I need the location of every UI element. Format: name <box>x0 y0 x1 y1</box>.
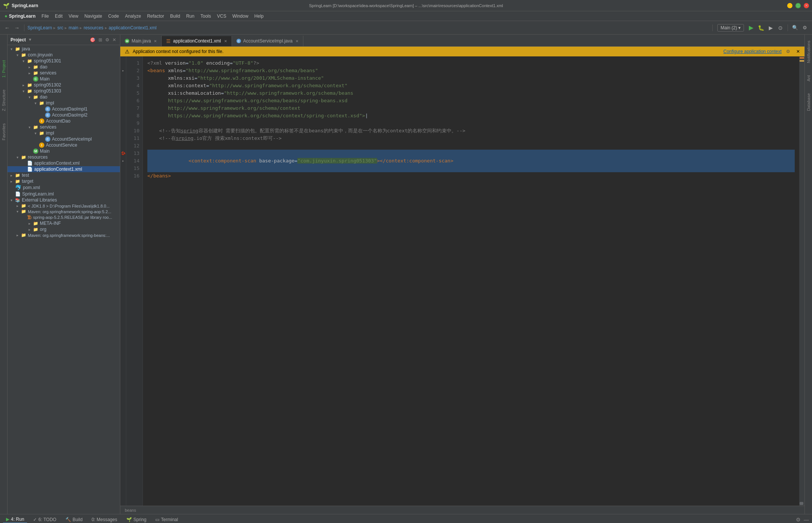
menu-code[interactable]: Code <box>105 13 122 20</box>
tree-item-appcontext1[interactable]: 📄 applicationContext1.xml <box>8 166 120 172</box>
tree-item-accountservice-iface[interactable]: I AccountService <box>8 142 120 148</box>
tab-main-java[interactable]: M Main.java ✕ <box>120 36 162 46</box>
close-run-panel-button[interactable]: — <box>804 517 809 523</box>
panel-settings-button[interactable]: ⚙ <box>105 36 110 43</box>
tab-terminal[interactable]: ▭ Terminal <box>152 516 181 523</box>
profile-button[interactable]: ⊙ <box>776 24 785 32</box>
tab-accountserviceimpl[interactable]: C AccountServiceImpl.java ✕ <box>232 36 303 46</box>
tree-item-test[interactable]: ▸ 📁 test <box>8 172 120 178</box>
config-gear-icon[interactable]: ⚙ <box>786 49 790 54</box>
tab-close-service[interactable]: ✕ <box>295 39 298 43</box>
right-gutter[interactable] <box>799 56 804 506</box>
tree-item-impl-dao[interactable]: ▾ 📁 impl <box>8 100 120 106</box>
minimize-button[interactable]: – <box>787 3 792 8</box>
menu-analyze[interactable]: Analyze <box>122 13 144 20</box>
tree-item-pom[interactable]: 🐬 pom.xml <box>8 184 120 191</box>
breadcrumb-main[interactable]: main <box>68 25 78 30</box>
tree-item-maven-aop[interactable]: ▾ 📁 Maven: org.springframework:spring-ao… <box>8 209 120 214</box>
tree-item-spring051302[interactable]: ▸ 📁 spring051302 <box>8 82 120 88</box>
tree-item-services1[interactable]: ▸ 📁 services <box>8 70 120 76</box>
tree-item-dao-spring051303[interactable]: ▾ 📁 dao <box>8 94 120 100</box>
menu-run[interactable]: Run <box>183 13 197 20</box>
tree-item-dao1[interactable]: ▸ 📁 dao <box>8 64 120 70</box>
tree-item-org[interactable]: ▸ 📁 org <box>8 226 120 232</box>
gutter-bean-13[interactable]: 🫘 <box>121 150 126 157</box>
run-settings-button[interactable]: ⚙ <box>796 517 801 523</box>
tree-item-accountserviceimpl[interactable]: C AccountServiceImpl <box>8 136 120 142</box>
menu-vcs[interactable]: VCS <box>214 13 229 20</box>
menu-help[interactable]: Help <box>251 13 267 20</box>
expand-all-button[interactable]: ⊞ <box>98 36 103 43</box>
tree-item-appcontext[interactable]: 📄 applicationContext.xml <box>8 160 120 166</box>
line-num-4: 4 <box>126 82 139 89</box>
back-button[interactable]: ← <box>3 24 11 32</box>
menu-window[interactable]: Window <box>229 13 251 20</box>
close-button[interactable]: ✕ <box>804 3 809 8</box>
breadcrumb-file[interactable]: applicationContext1.xml <box>109 25 156 30</box>
run-config-selector[interactable]: Main (2) ▾ <box>717 24 744 32</box>
tree-item-services-folder[interactable]: ▾ 📁 services <box>8 124 120 130</box>
menu-tools[interactable]: Tools <box>197 13 214 20</box>
menu-refactor[interactable]: Refactor <box>144 13 167 20</box>
tab-messages[interactable]: 0: Messages <box>89 516 120 523</box>
tab-appcontext1[interactable]: ☰ applicationContext1.xml ✕ <box>162 36 232 47</box>
menu-view[interactable]: View <box>66 13 82 20</box>
database-label[interactable]: Database <box>806 90 812 114</box>
run-tab-label: 4: Run <box>11 517 24 522</box>
breadcrumb-src[interactable]: src <box>57 25 63 30</box>
tree-item-impl-services[interactable]: ▾ 📁 impl <box>8 130 120 136</box>
tree-item-maven-beans[interactable]: ▸ 📁 Maven: org.springframework:spring-be… <box>8 232 120 238</box>
code-content[interactable]: <?xml version="1.0" encoding="UTF-8"?> <… <box>143 56 799 506</box>
tab-run[interactable]: ▶ 4: Run <box>3 516 27 523</box>
menu-navigate[interactable]: Navigate <box>81 13 105 20</box>
locate-file-button[interactable]: 🎯 <box>89 36 96 43</box>
tree-item-iml[interactable]: 📄 SpringLearn.iml <box>8 191 120 197</box>
favorites-tab-label[interactable]: Favorites <box>1 120 7 143</box>
run-button[interactable]: ▶ <box>747 24 755 32</box>
tree-item-spring-aop-jar[interactable]: 🗜 spring-aop-5.2.5.RELEASE.jar library r… <box>8 214 120 220</box>
panel-dropdown-icon[interactable]: ▾ <box>29 37 31 42</box>
tree-item-java[interactable]: ▾ 📁 java <box>8 46 120 52</box>
tab-close-appcontext1[interactable]: ✕ <box>224 39 227 43</box>
tree-item-spring051301[interactable]: ▾ 📁 spring051301 <box>8 58 120 64</box>
tree-item-accountdaoimpl1[interactable]: C AccountDaoImpl1 <box>8 106 120 112</box>
structure-tab-label[interactable]: Z: Structure <box>1 86 7 114</box>
breadcrumb-springlearn[interactable]: SpringLearn <box>27 25 52 30</box>
settings-button[interactable]: ⚙ <box>801 24 809 32</box>
notifications-label[interactable]: Notifications <box>806 38 812 66</box>
tree-item-target[interactable]: ▸ 📁 target <box>8 178 120 184</box>
tab-spring[interactable]: 🌱 Spring <box>123 516 150 523</box>
project-tab-label[interactable]: 1: Project <box>1 57 7 80</box>
menu-file[interactable]: File <box>39 13 52 20</box>
gutter-fold-14[interactable]: ▸ <box>122 157 124 165</box>
scrollbar-thumb[interactable] <box>800 502 803 505</box>
breadcrumb-resources[interactable]: resources <box>83 25 103 30</box>
coverage-button[interactable]: ▶ <box>767 24 775 32</box>
debug-button[interactable]: 🐛 <box>757 24 765 32</box>
tree-item-accountdaoimpl2[interactable]: C AccountDaoImpl2 <box>8 112 120 118</box>
tree-item-meta-inf[interactable]: ▸ 📁 META-INF <box>8 220 120 226</box>
tree-item-spring051303[interactable]: ▾ 📁 spring051303 <box>8 88 120 94</box>
tree-item-main-spring051303[interactable]: M Main <box>8 148 120 154</box>
tab-todo[interactable]: ✓ 6: TODO <box>30 516 59 523</box>
tree-item-jdk[interactable]: ▸ 📁 < JDK1.8 > D:\Program Files\Java\jdk… <box>8 203 120 209</box>
menu-edit[interactable]: Edit <box>52 13 66 20</box>
tree-item-accountdao-iface[interactable]: I AccountDao <box>8 118 120 124</box>
tab-build[interactable]: 🔨 Build <box>62 516 86 523</box>
info-close-icon[interactable]: ✕ <box>796 49 800 54</box>
code-editor[interactable]: ▸ 🫘 ▸ 1 2 3 4 5 6 <box>120 56 804 506</box>
tree-item-com-jinyuxin[interactable]: ▾ 📁 com.jinyuxin <box>8 52 120 58</box>
tab-close-main[interactable]: ✕ <box>154 39 157 43</box>
maximize-button[interactable]: □ <box>795 3 801 8</box>
panel-close-button[interactable]: ✕ <box>112 36 117 43</box>
ant-label[interactable]: Ant <box>806 72 812 85</box>
tree-arrow: ▸ <box>29 227 33 232</box>
search-button[interactable]: 🔍 <box>791 24 799 32</box>
configure-context-link[interactable]: Configure application context <box>723 49 782 54</box>
tree-item-ext-libs[interactable]: ▾ 📚 External Libraries <box>8 197 120 203</box>
tree-item-main1[interactable]: C Main <box>8 76 120 82</box>
tree-item-resources[interactable]: ▾ 📁 resources <box>8 154 120 160</box>
gutter-fold-2[interactable]: ▸ <box>122 67 124 74</box>
forward-button[interactable]: → <box>13 24 21 32</box>
menu-build[interactable]: Build <box>167 13 183 20</box>
